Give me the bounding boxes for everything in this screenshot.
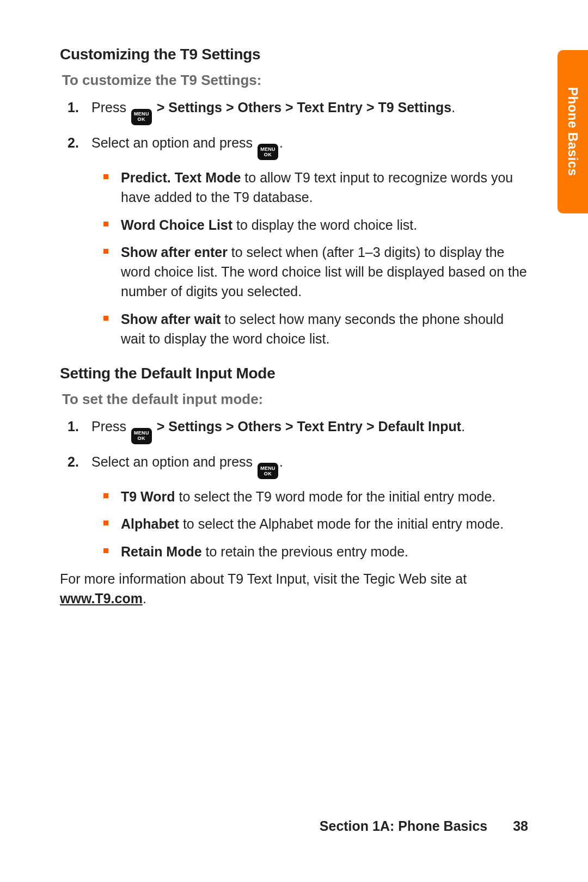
side-tab: Phone Basics: [558, 50, 588, 213]
step1-path: > Settings > Others > Text Entry > T9 Se…: [153, 100, 451, 115]
step2-text: Select an option and press: [91, 135, 256, 150]
menu-ok-key-icon: MENUOK: [258, 463, 278, 479]
menu-ok-key-icon: MENUOK: [258, 144, 278, 160]
step-2: Select an option and press MENUOK. T9 Wo…: [87, 452, 528, 561]
menu-key-line1: MENU: [260, 466, 275, 471]
period: .: [279, 454, 283, 469]
step-1: Press MENUOK > Settings > Others > Text …: [87, 416, 528, 444]
t9-link[interactable]: www.T9.com: [60, 591, 143, 606]
step1-press: Press: [91, 100, 130, 115]
menu-key-line1: MENU: [134, 112, 149, 117]
step1-path: > Settings > Others > Text Entry > Defau…: [153, 419, 461, 434]
menu-key-line1: MENU: [260, 147, 275, 152]
opt-word-choice-desc: to display the word choice list.: [232, 217, 417, 232]
opt-show-after-wait: Show after wait: [121, 311, 220, 327]
step-2: Select an option and press MENUOK. Predi…: [87, 133, 528, 349]
page-footer: Section 1A: Phone Basics 38: [320, 818, 528, 834]
steps-list-2: Press MENUOK > Settings > Others > Text …: [60, 416, 528, 561]
heading-default-input: Setting the Default Input Mode: [60, 365, 528, 382]
closing-pre: For more information about T9 Text Input…: [60, 571, 467, 586]
step1-press: Press: [91, 419, 130, 434]
list-item: Alphabet to select the Alphabet mode for…: [118, 514, 528, 534]
subhead-customize-t9: To customize the T9 Settings:: [62, 72, 528, 89]
opt-alphabet-desc: to select the Alphabet mode for the init…: [179, 516, 504, 531]
footer-section: Section 1A: Phone Basics: [320, 818, 487, 834]
steps-list-1: Press MENUOK > Settings > Others > Text …: [60, 97, 528, 348]
menu-key-line2: OK: [138, 117, 146, 122]
closing-post: .: [143, 591, 146, 606]
footer-page-number: 38: [513, 818, 528, 834]
opt-predict-text: Predict. Text Mode: [121, 170, 241, 185]
opt-show-after-enter: Show after enter: [121, 244, 228, 260]
menu-key-line2: OK: [138, 436, 146, 441]
subhead-default-input: To set the default input mode:: [62, 391, 528, 408]
list-item: Show after enter to select when (after 1…: [118, 242, 528, 302]
manual-page: Phone Basics Customizing the T9 Settings…: [0, 0, 588, 882]
menu-ok-key-icon: MENUOK: [131, 109, 152, 125]
heading-customizing-t9: Customizing the T9 Settings: [60, 46, 528, 63]
menu-ok-key-icon: MENUOK: [131, 428, 152, 444]
list-item: Retain Mode to retain the previous entry…: [118, 542, 528, 561]
period: .: [451, 100, 455, 115]
menu-key-line2: OK: [264, 152, 272, 157]
list-item: Predict. Text Mode to allow T9 text inpu…: [118, 168, 528, 207]
opt-retain-mode-desc: to retain the previous entry mode.: [202, 544, 408, 559]
list-item: Word Choice List to display the word cho…: [118, 215, 528, 235]
opt-alphabet: Alphabet: [121, 516, 179, 531]
step2-text: Select an option and press: [91, 454, 256, 469]
opt-word-choice: Word Choice List: [121, 217, 232, 232]
list-item: T9 Word to select the T9 word mode for t…: [118, 487, 528, 506]
period: .: [279, 135, 283, 150]
opt-t9-word: T9 Word: [121, 489, 175, 504]
options-list-2: T9 Word to select the T9 word mode for t…: [91, 487, 528, 561]
opt-t9-word-desc: to select the T9 word mode for the initi…: [175, 489, 496, 504]
period: .: [461, 419, 465, 434]
closing-paragraph: For more information about T9 Text Input…: [60, 569, 528, 609]
step-1: Press MENUOK > Settings > Others > Text …: [87, 97, 528, 125]
side-tab-label: Phone Basics: [565, 87, 580, 176]
menu-key-line2: OK: [264, 471, 272, 476]
opt-retain-mode: Retain Mode: [121, 544, 202, 559]
options-list-1: Predict. Text Mode to allow T9 text inpu…: [91, 168, 528, 348]
menu-key-line1: MENU: [134, 431, 149, 436]
list-item: Show after wait to select how many secon…: [118, 309, 528, 349]
